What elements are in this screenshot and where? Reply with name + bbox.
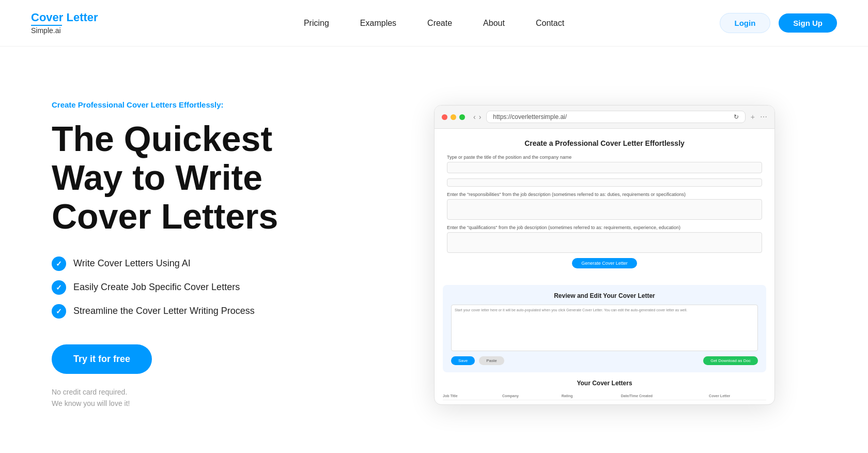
- browser-url-text: https://coverlettersimple.ai/: [493, 113, 567, 120]
- mockup-textarea-qualifications[interactable]: [447, 232, 762, 253]
- hero-features-list: Write Cover Letters Using AI Easily Crea…: [52, 256, 351, 319]
- mockup-download-button[interactable]: Get Download as Doc: [703, 356, 758, 365]
- browser-action-icons: + ⋯: [751, 113, 767, 121]
- mockup-table-title: Your Cover Letters: [443, 380, 766, 387]
- nav-link-pricing[interactable]: Pricing: [304, 19, 329, 27]
- mockup-label-qualifications: Enter the "qualifications" from the job …: [447, 225, 762, 230]
- browser-back-button[interactable]: ‹: [473, 113, 476, 121]
- mockup-review-section: Review and Edit Your Cover Letter Start …: [443, 285, 766, 372]
- browser-more-icon: ⋯: [760, 113, 767, 121]
- mockup-label-position: Type or paste the title of the position …: [447, 155, 762, 160]
- logo-text-bottom: Simple.ai: [31, 27, 98, 35]
- nav-link-about[interactable]: About: [483, 19, 505, 27]
- mockup-create-section: Create a Professional Cover Letter Effor…: [435, 129, 774, 282]
- navigation: Cover Letter Simple.ai Pricing Examples …: [0, 0, 868, 47]
- mockup-review-actions: Save Paste Get Download as Doc: [451, 356, 758, 365]
- hero-note-line1: No credit card required.: [52, 388, 127, 396]
- hero-title-line2: Way to Write: [52, 158, 262, 197]
- try-free-button[interactable]: Try it for free: [52, 344, 152, 374]
- table-header-company: Company: [502, 394, 560, 398]
- hero-right: ‹ › https://coverlettersimple.ai/ ↻ + ⋯ …: [382, 105, 827, 405]
- mockup-table-section: Your Cover Letters Job Title Company Rat…: [435, 372, 774, 404]
- browser-forward-button[interactable]: ›: [479, 113, 482, 121]
- login-button[interactable]: Login: [720, 13, 771, 33]
- feature-item-3: Streamline the Cover Letter Writing Proc…: [52, 304, 351, 319]
- nav-links: Pricing Examples Create About Contact: [304, 19, 564, 28]
- mockup-review-textarea[interactable]: Start your cover letter here or it will …: [451, 305, 758, 351]
- browser-dots: [442, 114, 465, 120]
- table-header-rating: Rating: [562, 394, 619, 398]
- check-icon-1: [52, 256, 66, 271]
- mockup-table-header: Job Title Company Rating Date/Time Creat…: [443, 392, 766, 400]
- browser-mockup: ‹ › https://coverlettersimple.ai/ ↻ + ⋯ …: [434, 105, 775, 405]
- browser-refresh-icon: ↻: [734, 113, 739, 120]
- browser-url-bar[interactable]: https://coverlettersimple.ai/ ↻: [486, 111, 745, 123]
- browser-toolbar: ‹ › https://coverlettersimple.ai/ ↻ + ⋯: [435, 105, 774, 129]
- hero-title-line3: Cover Letters: [52, 197, 278, 236]
- hero-section: Create Professional Cover Letters Effort…: [0, 47, 868, 453]
- feature-item-2: Easily Create Job Specific Cover Letters: [52, 280, 351, 295]
- check-icon-3: [52, 304, 66, 319]
- table-header-job-title: Job Title: [443, 394, 500, 398]
- check-icon-2: [52, 280, 66, 295]
- hero-note-line2: We know you will love it!: [52, 399, 130, 407]
- mockup-input-company[interactable]: [447, 178, 762, 187]
- logo[interactable]: Cover Letter Simple.ai: [31, 11, 98, 35]
- feature-label-1: Write Cover Letters Using AI: [73, 258, 191, 269]
- hero-tagline: Create Professional Cover Letters Effort…: [52, 100, 351, 109]
- dot-maximize: [459, 114, 465, 120]
- mockup-generate-btn-container: Generate Cover Letter: [447, 258, 762, 268]
- dot-close: [442, 114, 447, 120]
- feature-item-1: Write Cover Letters Using AI: [52, 256, 351, 271]
- nav-link-contact[interactable]: Contact: [536, 19, 564, 27]
- dot-minimize: [451, 114, 456, 120]
- mockup-generate-button[interactable]: Generate Cover Letter: [572, 258, 637, 268]
- mockup-save-button[interactable]: Save: [451, 356, 475, 365]
- nav-link-examples[interactable]: Examples: [360, 19, 396, 27]
- feature-label-2: Easily Create Job Specific Cover Letters: [73, 282, 240, 293]
- mockup-textarea-responsibilities[interactable]: [447, 199, 762, 220]
- browser-nav-buttons: ‹ ›: [473, 113, 481, 121]
- table-header-date: Date/Time Created: [621, 394, 707, 398]
- mockup-create-title: Create a Professional Cover Letter Effor…: [447, 139, 762, 147]
- feature-label-3: Streamline the Cover Letter Writing Proc…: [73, 306, 255, 316]
- mockup-label-responsibilities: Enter the "responsibilities" from the jo…: [447, 192, 762, 197]
- mockup-review-title: Review and Edit Your Cover Letter: [451, 292, 758, 299]
- signup-button[interactable]: Sign Up: [779, 13, 837, 33]
- nav-actions: Login Sign Up: [720, 13, 838, 33]
- table-header-cover-letter: Cover Letter: [709, 394, 766, 398]
- hero-left: Create Professional Cover Letters Effort…: [52, 100, 351, 409]
- nav-link-create[interactable]: Create: [427, 19, 452, 27]
- logo-underline: [31, 25, 62, 26]
- mockup-review-sample: Start your cover letter here or it will …: [455, 308, 687, 312]
- browser-add-tab-icon: +: [751, 113, 755, 121]
- hero-title: The Quickest Way to Write Cover Letters: [52, 119, 351, 235]
- hero-title-line1: The Quickest: [52, 119, 272, 158]
- hero-note: No credit card required. We know you wil…: [52, 386, 351, 410]
- mockup-paste-button[interactable]: Paste: [479, 356, 504, 365]
- mockup-input-position[interactable]: [447, 162, 762, 173]
- logo-text-top: Cover Letter: [31, 11, 98, 24]
